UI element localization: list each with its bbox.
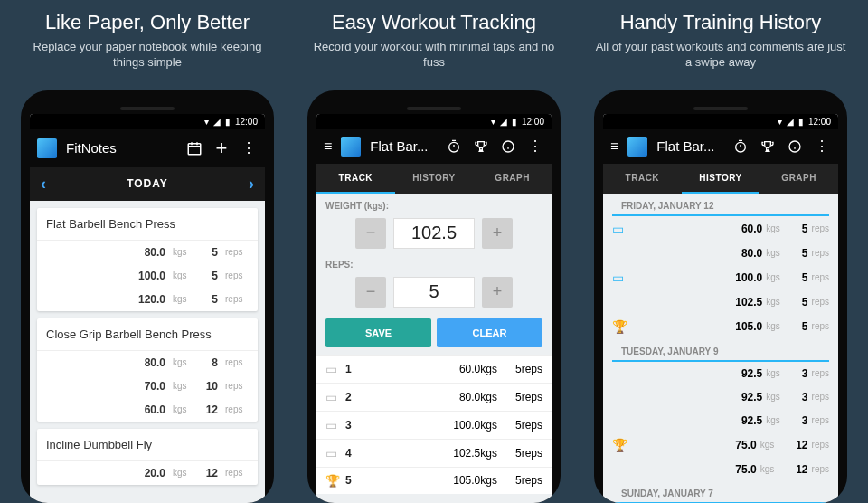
overflow-icon[interactable]: ⋮	[526, 138, 544, 155]
history-row[interactable]: 92.5 kgs 3 reps	[603, 362, 838, 385]
exercise-card[interactable]: Incline Dumbbell Fly 20.0 kgs 12 reps	[37, 429, 258, 485]
weight-unit: kgs	[480, 474, 497, 487]
reps-unit: reps	[812, 440, 829, 450]
reps-value: 5	[802, 247, 808, 260]
weight-value[interactable]: 102.5	[393, 218, 475, 249]
set-row[interactable]: 20.0 kgs 12 reps	[37, 461, 258, 485]
weight-minus-button[interactable]: −	[355, 218, 386, 249]
overflow-icon[interactable]: ⋮	[813, 138, 831, 155]
weight-value: 70.0	[129, 380, 165, 393]
app-title: Flat Bar...	[656, 138, 722, 154]
weight-unit: kgs	[760, 464, 775, 474]
history-row[interactable]: ▭ 60.0 kgs 5 reps	[603, 216, 838, 242]
trophy-icon[interactable]	[759, 139, 777, 154]
set-row[interactable]: 80.0 kgs 5 reps	[37, 241, 258, 264]
reps-value: 5	[802, 271, 808, 284]
weight-unit: kgs	[173, 270, 193, 280]
weight-value: 80.0	[129, 356, 165, 369]
subheadline: Record your workout with minimal taps an…	[296, 40, 572, 71]
history-row[interactable]: ▭ 100.0 kgs 5 reps	[603, 265, 838, 290]
reps-value: 3	[802, 391, 808, 403]
weight-unit: kgs	[173, 247, 193, 257]
weight-value: 102.5	[453, 447, 480, 460]
weight-value: 75.0	[735, 463, 756, 476]
tab-track[interactable]: TRACK	[603, 164, 682, 194]
menu-icon[interactable]: ≡	[610, 138, 618, 155]
wifi-icon: ▾	[491, 117, 495, 127]
exercise-card[interactable]: Flat Barbell Bench Press 80.0 kgs 5 reps…	[37, 208, 258, 311]
add-icon[interactable]: +	[212, 137, 231, 160]
timer-icon[interactable]	[731, 139, 750, 154]
exercise-card[interactable]: Close Grip Barbell Bench Press 80.0 kgs …	[37, 318, 258, 422]
weight-plus-button[interactable]: +	[482, 218, 513, 249]
reps-value: 5	[200, 246, 218, 259]
history-row[interactable]: 92.5 kgs 3 reps	[603, 409, 838, 432]
headline: Like Paper, Only Better	[45, 11, 250, 34]
panel-1: Like Paper, Only Better Replace your pap…	[9, 0, 286, 503]
weight-stepper: − 102.5 +	[316, 214, 552, 252]
tabs: TRACK HISTORY GRAPH	[316, 164, 552, 194]
tab-history[interactable]: HISTORY	[682, 164, 760, 194]
info-icon[interactable]	[499, 139, 517, 154]
log-row[interactable]: ▭ 1 60.0 kgs 5 reps	[316, 355, 552, 383]
set-row[interactable]: 120.0 kgs 5 reps	[37, 288, 258, 311]
weight-unit: kgs	[173, 404, 193, 414]
info-icon[interactable]	[786, 139, 804, 154]
tab-track[interactable]: TRACK	[316, 164, 395, 194]
set-number: 1	[345, 363, 367, 375]
menu-icon[interactable]: ≡	[324, 138, 332, 155]
reps-value[interactable]: 5	[393, 277, 475, 308]
battery-icon: ▮	[512, 117, 517, 127]
weight-value: 60.0	[459, 363, 480, 375]
prev-day-icon[interactable]: ‹	[41, 175, 46, 194]
history-row[interactable]: 75.0 kgs 12 reps	[603, 458, 838, 481]
log-row[interactable]: ▭ 2 80.0 kgs 5 reps	[316, 383, 552, 411]
weight-value: 92.5	[741, 391, 762, 403]
weight-unit: kgs	[480, 363, 497, 375]
history-row[interactable]: 102.5 kgs 5 reps	[603, 290, 838, 314]
set-row[interactable]: 60.0 kgs 12 reps	[37, 398, 258, 422]
tab-graph[interactable]: GRAPH	[760, 164, 838, 194]
set-row[interactable]: 80.0 kgs 8 reps	[37, 351, 258, 375]
reps-unit: reps	[225, 381, 249, 391]
weight-unit: kgs	[173, 381, 193, 391]
status-bar: ▾ ◢ ▮ 12:00	[603, 114, 838, 129]
next-day-icon[interactable]: ›	[249, 175, 254, 194]
trophy-icon[interactable]	[472, 139, 490, 154]
weight-unit: kgs	[766, 223, 780, 233]
clear-button[interactable]: CLEAR	[437, 318, 542, 347]
reps-unit: reps	[812, 415, 829, 425]
calendar-icon[interactable]	[185, 140, 203, 157]
reps-unit: reps	[812, 297, 829, 307]
timer-icon[interactable]	[445, 139, 463, 154]
reps-value: 3	[802, 414, 808, 427]
reps-value: 5	[200, 270, 218, 282]
date-label[interactable]: TODAY	[127, 177, 168, 190]
history-row[interactable]: 🏆 105.0 kgs 5 reps	[603, 314, 838, 339]
weight-unit: kgs	[766, 392, 780, 402]
tab-history[interactable]: HISTORY	[395, 164, 474, 194]
history-row[interactable]: 80.0 kgs 5 reps	[603, 242, 838, 265]
weight-value: 80.0	[741, 247, 762, 260]
set-row[interactable]: 100.0 kgs 5 reps	[37, 264, 258, 288]
history-row[interactable]: 🏆 75.0 kgs 12 reps	[603, 432, 838, 458]
app-icon	[341, 137, 361, 157]
history-row[interactable]: 92.5 kgs 3 reps	[603, 385, 838, 409]
reps-minus-button[interactable]: −	[355, 277, 386, 308]
tab-graph[interactable]: GRAPH	[473, 164, 552, 194]
set-row[interactable]: 70.0 kgs 10 reps	[37, 375, 258, 398]
reps-value: 12	[200, 467, 218, 479]
log-row[interactable]: ▭ 3 100.0 kgs 5 reps	[316, 411, 552, 439]
log-row[interactable]: 🏆 5 105.0 kgs 5 reps	[316, 467, 552, 494]
history-date: FRIDAY, JANUARY 12	[612, 194, 829, 216]
weight-value: 100.0	[453, 419, 480, 432]
save-button[interactable]: SAVE	[326, 318, 431, 347]
reps-value: 8	[200, 356, 218, 369]
wifi-icon: ▾	[204, 117, 209, 127]
log-row[interactable]: ▭ 4 102.5 kgs 5 reps	[316, 439, 552, 467]
overflow-icon[interactable]: ⋮	[240, 139, 258, 157]
app-icon	[627, 137, 647, 157]
weight-value: 20.0	[129, 467, 165, 479]
reps-plus-button[interactable]: +	[482, 277, 513, 308]
set-number: 3	[345, 419, 367, 432]
